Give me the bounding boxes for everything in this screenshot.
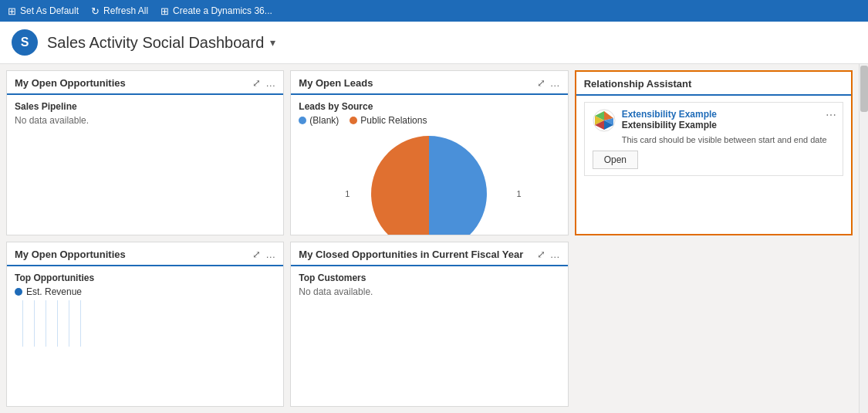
card-header-closed: My Closed Opportunities in Current Fisca… xyxy=(291,242,567,266)
avatar: S xyxy=(12,29,38,56)
card-actions-closed: ⤢ … xyxy=(537,249,560,260)
scrollbar-thumb[interactable] xyxy=(860,66,868,112)
card-title-opportunities: My Open Opportunities xyxy=(15,77,126,89)
card-body-ra: Extensibility Example Extensibility Exam… xyxy=(576,96,851,234)
card-header-opp-bottom: My Open Opportunities ⤢ … xyxy=(7,242,283,266)
bar-chart xyxy=(15,300,275,347)
scrollbar-track[interactable] xyxy=(859,64,868,413)
expand-icon-opp-bottom[interactable]: ⤢ xyxy=(252,249,261,260)
legend-blank: (Blank) xyxy=(299,115,339,126)
top-bar: ⊞ Set As Default ↻ Refresh All ⊞ Create … xyxy=(0,0,868,22)
expand-icon-leads[interactable]: ⤢ xyxy=(537,77,545,89)
top-customers-label: Top Customers xyxy=(299,273,559,283)
pie-legend: (Blank) Public Relations xyxy=(299,115,559,126)
card-actions-opp-bottom: ⤢ … xyxy=(252,249,275,260)
avatar-letter: S xyxy=(21,36,29,49)
card-body-opp-bottom: Top Opportunities Est. Revenue xyxy=(7,266,283,406)
top-opp-label: Top Opportunities xyxy=(15,273,275,283)
card-body-leads: Leads by Source (Blank) Public Relations… xyxy=(291,95,567,235)
more-icon-closed[interactable]: … xyxy=(550,249,560,260)
bar-line-4 xyxy=(57,300,58,347)
card-header-opportunities: My Open Opportunities ⤢ … xyxy=(7,71,283,95)
no-data-closed: No data available. xyxy=(299,286,559,297)
create-label: Create a Dynamics 36... xyxy=(173,5,272,16)
pie-chart-container: 1 1 xyxy=(299,132,559,235)
ra-card-title-link[interactable]: Extensibility Example xyxy=(622,109,717,120)
legend-dot-pr xyxy=(350,117,357,124)
more-icon-opp-bottom[interactable]: … xyxy=(265,249,275,260)
legend-blank-label: (Blank) xyxy=(309,115,339,126)
est-revenue-label: Est. Revenue xyxy=(26,286,82,297)
more-icon-leads[interactable]: … xyxy=(550,77,560,89)
page-title: Sales Activity Social Dashboard xyxy=(47,34,264,52)
set-default-button[interactable]: ⊞ Set As Default xyxy=(8,5,79,17)
sales-pipeline-label: Sales Pipeline xyxy=(15,101,275,112)
legend-dot-blank xyxy=(299,117,306,124)
my-open-opportunities-bottom-card: My Open Opportunities ⤢ … Top Opportunit… xyxy=(6,242,284,407)
create-icon: ⊞ xyxy=(160,5,169,17)
card-body-closed: Top Customers No data available. xyxy=(291,266,567,406)
my-open-opportunities-card: My Open Opportunities ⤢ … Sales Pipeline… xyxy=(6,70,284,235)
legend-pr-label: Public Relations xyxy=(360,115,427,126)
ra-card-item-header: Extensibility Example Extensibility Exam… xyxy=(593,109,835,132)
card-title-opp-bottom: My Open Opportunities xyxy=(15,249,126,260)
ra-open-button[interactable]: Open xyxy=(593,151,638,169)
ra-card-subtitle: Extensibility Example xyxy=(622,120,717,130)
card-header-ra: Relationship Assistant xyxy=(576,72,851,96)
bar-line-1 xyxy=(22,300,23,347)
my-open-leads-card: My Open Leads ⤢ … Leads by Source (Blank… xyxy=(290,70,568,235)
header: S Sales Activity Social Dashboard ▾ xyxy=(0,22,868,64)
card-title-leads: My Open Leads xyxy=(299,77,373,89)
ra-more-icon[interactable]: ⋯ xyxy=(826,109,836,121)
bar-line-5 xyxy=(69,300,69,347)
legend-pr: Public Relations xyxy=(350,115,427,126)
card-title-ra: Relationship Assistant xyxy=(584,78,692,90)
relationship-assistant-card: Relationship Assistant xyxy=(575,70,853,235)
my-closed-opportunities-card: My Closed Opportunities in Current Fisca… xyxy=(290,242,568,407)
pie-label-right: 1 xyxy=(517,189,522,198)
est-dot xyxy=(15,288,22,296)
ra-card-text: Extensibility Example Extensibility Exam… xyxy=(622,109,717,130)
est-revenue-legend: Est. Revenue xyxy=(15,286,275,297)
dashboard: My Open Opportunities ⤢ … Sales Pipeline… xyxy=(0,64,868,413)
title-chevron-icon[interactable]: ▾ xyxy=(270,36,275,49)
refresh-icon: ↻ xyxy=(91,5,100,17)
dashboard-grid: My Open Opportunities ⤢ … Sales Pipeline… xyxy=(0,64,859,413)
refresh-all-button[interactable]: ↻ Refresh All xyxy=(91,5,148,17)
refresh-label: Refresh All xyxy=(103,5,148,16)
card-actions-opportunities: ⤢ … xyxy=(252,77,275,89)
pie-label-left: 1 xyxy=(345,189,350,198)
pie-chart xyxy=(367,132,491,235)
set-default-icon: ⊞ xyxy=(8,5,16,17)
leads-by-source-label: Leads by Source xyxy=(299,101,559,112)
more-icon-opportunities[interactable]: … xyxy=(265,77,275,89)
create-dynamics-button[interactable]: ⊞ Create a Dynamics 36... xyxy=(160,5,272,17)
bar-line-6 xyxy=(80,300,81,347)
expand-icon-closed[interactable]: ⤢ xyxy=(537,249,545,260)
set-default-label: Set As Default xyxy=(20,5,79,16)
no-data-opportunities: No data available. xyxy=(15,115,275,126)
expand-icon-opportunities[interactable]: ⤢ xyxy=(252,77,261,89)
bar-line-2 xyxy=(34,300,35,347)
card-title-closed: My Closed Opportunities in Current Fisca… xyxy=(299,249,523,260)
card-body-opportunities: Sales Pipeline No data available. xyxy=(7,95,283,235)
card-header-leads: My Open Leads ⤢ … xyxy=(291,71,567,95)
ra-logo-icon xyxy=(593,109,616,132)
ra-card-description: This card should be visible between star… xyxy=(622,135,835,144)
ra-card-item: Extensibility Example Extensibility Exam… xyxy=(584,102,843,176)
card-actions-leads: ⤢ … xyxy=(537,77,560,89)
bar-line-3 xyxy=(46,300,46,347)
